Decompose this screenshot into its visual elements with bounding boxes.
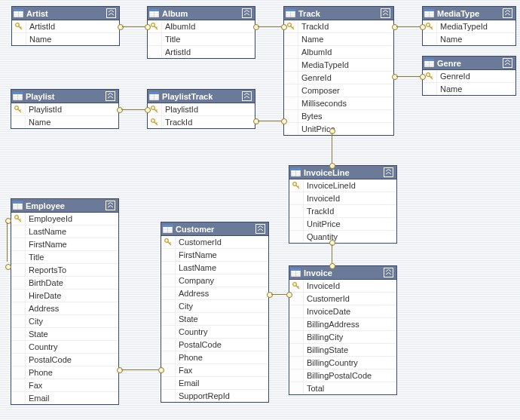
field-row[interactable]: Address — [161, 287, 268, 300]
field-row[interactable]: Milliseconds — [284, 97, 393, 110]
field-row[interactable]: MediaTypeId — [284, 59, 393, 72]
entity-track[interactable]: TrackTrackIdNameAlbumIdMediaTypeIdGenreI… — [283, 6, 394, 136]
field-row[interactable]: ReportsTo — [11, 264, 118, 277]
field-row[interactable]: InvoiceLineId — [289, 179, 396, 192]
field-row[interactable]: PostalCode — [11, 354, 118, 366]
entity-employee[interactable]: EmployeeEmployeeIdLastNameFirstNameTitle… — [11, 198, 119, 405]
field-row[interactable]: CustomerId — [161, 236, 268, 249]
field-row[interactable]: AlbumId — [284, 46, 393, 59]
field-row[interactable]: Country — [11, 341, 118, 354]
entity-header-invoice[interactable]: Invoice — [289, 266, 396, 280]
field-row[interactable]: Name — [12, 33, 119, 45]
field-row[interactable]: UnitPrice — [284, 123, 393, 135]
field-row[interactable]: Phone — [161, 351, 268, 364]
field-row[interactable]: LastName — [11, 225, 118, 238]
field-row[interactable]: Fax — [161, 364, 268, 377]
entity-mediatype[interactable]: MediaTypeMediaTypeIdName — [422, 6, 516, 46]
collapse-icon[interactable] — [106, 91, 115, 101]
field-row[interactable]: MediaTypeId — [423, 20, 515, 33]
entity-playlisttrack[interactable]: PlaylistTrackPlaylistIdTrackId — [147, 89, 255, 129]
field-row[interactable]: TrackId — [289, 205, 396, 218]
entity-artist[interactable]: ArtistArtistIdName — [11, 6, 120, 46]
collapse-icon[interactable] — [381, 8, 390, 18]
field-row[interactable]: Name — [11, 116, 118, 128]
field-row[interactable]: State — [11, 328, 118, 341]
field-row[interactable]: FirstName — [11, 238, 118, 251]
collapse-icon[interactable] — [242, 91, 252, 101]
field-row[interactable]: Total — [289, 382, 396, 394]
field-row[interactable]: CustomerId — [289, 293, 396, 305]
entity-header-artist[interactable]: Artist — [12, 7, 119, 20]
field-row[interactable]: PostalCode — [161, 339, 268, 351]
field-row[interactable]: Name — [284, 33, 393, 46]
field-row[interactable]: BillingCountry — [289, 357, 396, 369]
field-row[interactable]: TrackId — [148, 116, 255, 128]
field-row[interactable]: City — [161, 300, 268, 313]
field-row[interactable]: BillingPostalCode — [289, 369, 396, 382]
entity-header-invoiceline[interactable]: InvoiceLine — [289, 166, 396, 179]
field-row[interactable]: Bytes — [284, 110, 393, 123]
collapse-icon[interactable] — [503, 8, 512, 18]
field-row[interactable]: Name — [423, 83, 515, 95]
entity-customer[interactable]: CustomerCustomerIdFirstNameLastNameCompa… — [161, 222, 269, 403]
entity-header-track[interactable]: Track — [284, 7, 393, 20]
field-row[interactable]: PlaylistId — [11, 103, 118, 116]
field-row[interactable]: GenreId — [284, 72, 393, 84]
field-row[interactable]: City — [11, 315, 118, 328]
collapse-icon[interactable] — [255, 224, 265, 234]
entity-header-mediatype[interactable]: MediaType — [423, 7, 515, 20]
field-row[interactable]: BillingCity — [289, 331, 396, 344]
collapse-icon[interactable] — [503, 58, 512, 68]
field-row[interactable]: ArtistId — [12, 20, 119, 33]
entity-album[interactable]: AlbumAlbumIdTitleArtistId — [147, 6, 255, 59]
collapse-icon[interactable] — [384, 167, 393, 177]
field-row[interactable]: Composer — [284, 84, 393, 97]
field-label: Email — [176, 379, 268, 388]
field-row[interactable]: Fax — [11, 379, 118, 392]
field-row[interactable]: Title — [11, 251, 118, 264]
entity-header-album[interactable]: Album — [148, 7, 255, 20]
field-row[interactable]: UnitPrice — [289, 218, 396, 231]
field-row[interactable]: BillingAddress — [289, 318, 396, 331]
field-label: Bytes — [298, 112, 393, 121]
field-row[interactable]: Title — [148, 33, 255, 46]
field-row[interactable]: Country — [161, 326, 268, 339]
entity-playlist[interactable]: PlaylistPlaylistIdName — [11, 89, 119, 129]
entity-genre[interactable]: GenreGenreIdName — [422, 56, 516, 96]
field-row[interactable]: PlaylistId — [148, 103, 255, 116]
field-row[interactable]: BillingState — [289, 344, 396, 357]
field-row[interactable]: BirthDate — [11, 277, 118, 290]
field-row[interactable]: SupportRepId — [161, 390, 268, 402]
field-row[interactable]: InvoiceId — [289, 280, 396, 293]
field-row[interactable]: LastName — [161, 262, 268, 274]
field-row[interactable]: Email — [11, 392, 118, 404]
field-row[interactable]: GenreId — [423, 70, 515, 83]
field-row[interactable]: InvoiceId — [289, 192, 396, 205]
entity-header-playlisttrack[interactable]: PlaylistTrack — [148, 90, 255, 103]
entity-header-genre[interactable]: Genre — [423, 57, 515, 70]
collapse-icon[interactable] — [106, 8, 116, 18]
field-row[interactable]: Name — [423, 33, 515, 45]
field-row[interactable]: EmployeeId — [11, 213, 118, 225]
entity-header-playlist[interactable]: Playlist — [11, 90, 118, 103]
field-row[interactable]: FirstName — [161, 249, 268, 262]
entity-invoiceline[interactable]: InvoiceLineInvoiceLineIdInvoiceIdTrackId… — [289, 165, 397, 244]
field-row[interactable]: Company — [161, 274, 268, 287]
field-row[interactable]: State — [161, 313, 268, 326]
field-row[interactable]: ArtistId — [148, 46, 255, 58]
field-icon-empty — [11, 225, 26, 238]
collapse-icon[interactable] — [384, 268, 393, 277]
collapse-icon[interactable] — [242, 8, 252, 18]
field-row[interactable]: TrackId — [284, 20, 393, 33]
entity-invoice[interactable]: InvoiceInvoiceIdCustomerIdInvoiceDateBil… — [289, 265, 397, 395]
field-row[interactable]: Phone — [11, 366, 118, 379]
field-row[interactable]: InvoiceDate — [289, 305, 396, 318]
entity-header-customer[interactable]: Customer — [161, 222, 268, 236]
field-row[interactable]: Quantity — [289, 231, 396, 243]
entity-header-employee[interactable]: Employee — [11, 199, 118, 213]
field-row[interactable]: HireDate — [11, 290, 118, 302]
collapse-icon[interactable] — [106, 201, 115, 210]
field-row[interactable]: Email — [161, 377, 268, 390]
field-row[interactable]: AlbumId — [148, 20, 255, 33]
field-row[interactable]: Address — [11, 302, 118, 315]
